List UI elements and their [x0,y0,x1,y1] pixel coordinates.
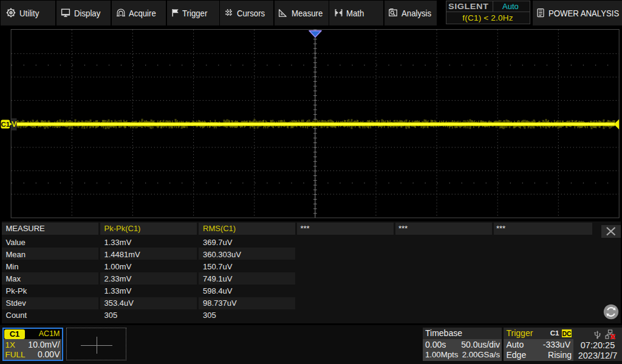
svg-text:C1: C1 [1,121,10,128]
svg-text:V: V [12,120,17,129]
